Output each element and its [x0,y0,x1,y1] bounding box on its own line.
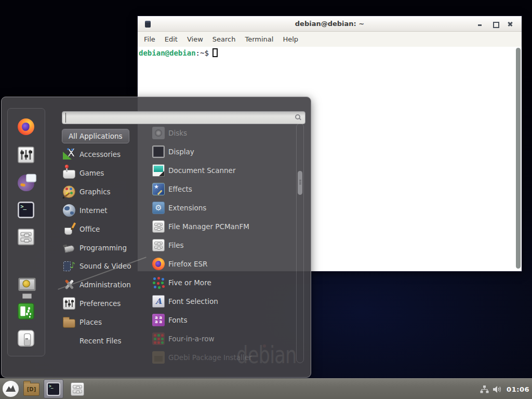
office-icon [63,223,75,235]
terminal-menubar: File Edit View Search Terminal Help [138,32,522,47]
games-icon [63,170,75,179]
category-office[interactable]: Office [63,220,141,238]
app-item-four-in-a-row[interactable]: Four-in-a-row [152,329,290,348]
gdebi-icon [152,351,165,364]
favorite-preferences[interactable] [20,149,32,161]
disks-icon [152,127,165,139]
category-recent-files[interactable]: Recent Files [63,331,141,350]
taskbar: [D] 01:06 [0,378,532,399]
app-item-files[interactable]: Files [152,236,290,255]
app-item-display[interactable]: Display [152,142,290,161]
five-or-more-icon [152,276,165,289]
accessories-icon [63,148,75,161]
category-internet[interactable]: Internet [63,201,141,220]
fonts-icon [152,314,165,326]
menu-file[interactable]: File [139,35,160,43]
category-programming[interactable]: Programming [63,238,141,257]
search-icon [295,114,300,119]
app-item-effects[interactable]: Effects [152,180,290,198]
terminal-icon [47,382,60,396]
administration-icon [63,278,75,291]
firefox-icon [152,258,165,270]
sound-video-icon [63,260,75,272]
favorite-screensaver[interactable] [20,278,32,291]
terminal-window-title: debian@debian: ~ [295,20,364,28]
graphics-icon [63,185,75,198]
category-administration[interactable]: Administration [63,275,141,294]
app-item-font-selection[interactable]: Font Selection [152,292,290,311]
file-cabinet-icon [152,220,165,233]
preferences-icon [18,147,34,163]
search-input[interactable] [65,113,289,123]
app-item-fonts[interactable]: Fonts [152,311,290,329]
terminal-scrollbar[interactable] [516,48,521,269]
power-icon [18,330,34,347]
document-scanner-icon [152,164,165,177]
menu-logo-icon [3,381,19,397]
favorite-logout[interactable] [20,305,32,317]
favorite-files[interactable] [20,231,32,243]
category-all-applications[interactable]: All Applications [62,129,129,143]
menu-scrollbar-track[interactable] [296,123,304,363]
favorite-firefox[interactable] [20,121,32,133]
places-icon [63,319,75,328]
firefox-icon [18,118,34,135]
extensions-icon [152,202,165,214]
app-item-extensions[interactable]: Extensions [152,198,290,217]
app-item-five-or-more[interactable]: Five or More [152,273,290,292]
category-places[interactable]: Places [63,313,141,331]
category-graphics[interactable]: Graphics [63,182,141,201]
terminal-cursor [212,48,218,57]
terminal-icon [18,202,34,218]
effects-icon [152,183,165,195]
preferences-icon [63,297,75,310]
font-selection-icon [152,295,165,308]
file-cabinet-icon [71,382,84,396]
volume-icon[interactable] [493,385,502,393]
terminal-mini-icon [145,21,151,28]
system-tray: 01:06 [480,379,529,399]
clock[interactable]: 01:06 [507,385,529,393]
menu-view[interactable]: View [182,35,208,43]
minimize-button[interactable] [477,21,483,27]
favorite-pidgin[interactable] [20,177,32,189]
app-item-disks[interactable]: Disks [152,124,290,142]
start-menu: All Applications Accessories Games Graph… [1,97,311,378]
network-icon[interactable] [480,385,489,393]
prompt-suffix: :~$ [196,49,209,57]
favorite-power[interactable] [20,332,32,344]
category-accessories[interactable]: Accessories [63,145,141,164]
four-in-a-row-icon [152,332,165,345]
favorite-terminal[interactable] [20,204,32,216]
desktop-folder-button[interactable]: [D] [23,383,39,396]
menu-search[interactable]: Search [208,35,241,43]
category-sound-video[interactable]: Sound & Video [63,257,141,275]
taskbar-files-button[interactable] [71,382,84,396]
logout-icon [18,303,34,320]
app-item-firefox-esr[interactable]: Firefox ESR [152,255,290,273]
app-item-gdebi[interactable]: GDebi Package Installer [152,348,290,367]
menu-terminal[interactable]: Terminal [240,35,278,43]
pidgin-icon [18,175,34,191]
file-cabinet-icon [18,229,34,245]
display-icon [152,145,165,158]
category-preferences[interactable]: Preferences [63,294,141,313]
search-box [62,111,305,124]
menu-scrollbar-thumb[interactable] [298,171,302,195]
app-item-file-manager-pcmanfm[interactable]: File Manager PCManFM [152,217,290,236]
menu-edit[interactable]: Edit [160,35,182,43]
screensaver-icon [18,276,34,293]
prompt-user-host: debian@debian [139,49,196,57]
file-cabinet-icon [152,239,165,251]
maximize-button[interactable] [492,21,498,27]
internet-icon [63,204,75,217]
menu-help[interactable]: Help [278,35,303,43]
category-games[interactable]: Games [63,164,141,182]
app-item-document-scanner[interactable]: Document Scanner [152,161,290,180]
taskbar-terminal-button[interactable] [44,379,63,398]
programming-icon [63,242,75,254]
menu-button[interactable] [3,381,19,397]
close-button[interactable] [507,21,513,27]
terminal-titlebar[interactable]: debian@debian: ~ [138,16,522,32]
